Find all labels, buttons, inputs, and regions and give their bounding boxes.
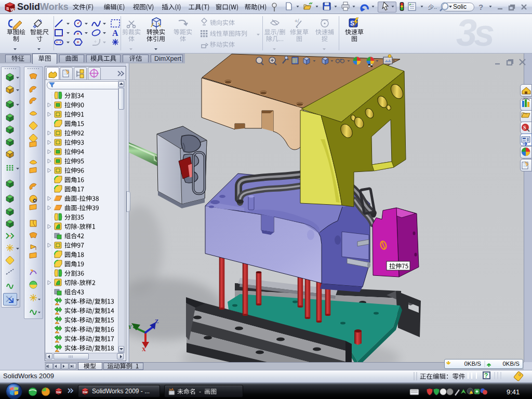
svg-text:Z: Z — [155, 318, 158, 324]
svg-text:Y: Y — [129, 324, 132, 330]
svg-text:X: X — [142, 346, 146, 352]
svg-text:S: S — [6, 6, 9, 11]
svg-text:W: W — [10, 7, 15, 12]
